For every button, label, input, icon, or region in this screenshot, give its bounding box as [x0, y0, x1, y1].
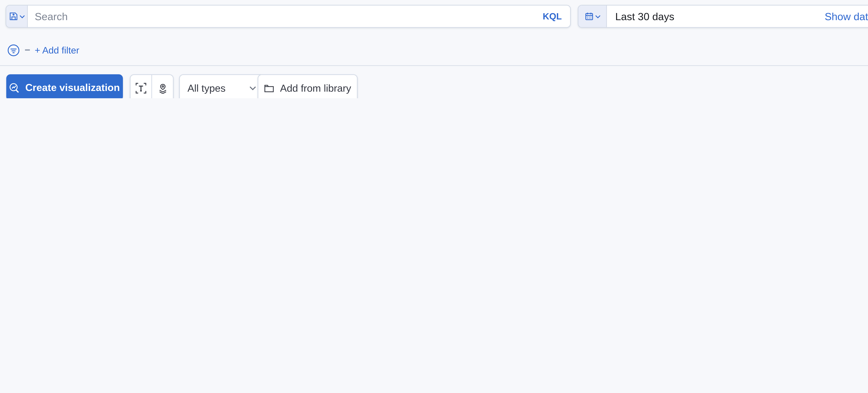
- chevron-down-icon: [249, 85, 256, 92]
- date-quick-select-button[interactable]: [579, 5, 607, 27]
- map-layers-icon: [157, 83, 168, 93]
- add-filter-button[interactable]: + Add filter: [35, 45, 79, 55]
- time-range-value[interactable]: Last 30 days: [615, 10, 674, 22]
- filter-bar: + Add filter: [7, 42, 79, 58]
- text-markup-icon: [135, 83, 147, 94]
- show-dates-button[interactable]: Show dates: [825, 10, 868, 22]
- saved-query-menu-button[interactable]: [6, 5, 28, 27]
- add-text-button[interactable]: [130, 75, 152, 98]
- search-bar: KQL: [5, 5, 571, 28]
- save-icon: [9, 12, 18, 21]
- chevron-down-icon: [19, 13, 25, 19]
- create-visualization-button[interactable]: Create visualization: [6, 74, 123, 98]
- add-from-library-label: Add from library: [280, 83, 351, 94]
- date-picker: Last 30 days Show dates: [578, 5, 868, 28]
- filter-separator: [25, 50, 30, 51]
- quick-create-group: [130, 74, 174, 98]
- add-from-library-button[interactable]: Add from library: [258, 74, 358, 98]
- create-visualization-label: Create visualization: [25, 82, 120, 93]
- calendar-icon: [584, 12, 593, 21]
- all-types-dropdown[interactable]: All types: [179, 74, 265, 98]
- folder-icon: [264, 83, 275, 93]
- header-divider: [0, 65, 868, 66]
- kibana-dashboard: KQL Last 30 days Show dates Refresh: [0, 0, 868, 98]
- chevron-down-icon: [595, 13, 600, 19]
- kql-button[interactable]: KQL: [543, 11, 570, 22]
- add-map-button[interactable]: [152, 75, 173, 98]
- search-input[interactable]: [28, 5, 543, 27]
- filter-icon[interactable]: [7, 43, 20, 57]
- lens-icon: [9, 82, 20, 93]
- all-types-label: All types: [187, 83, 225, 94]
